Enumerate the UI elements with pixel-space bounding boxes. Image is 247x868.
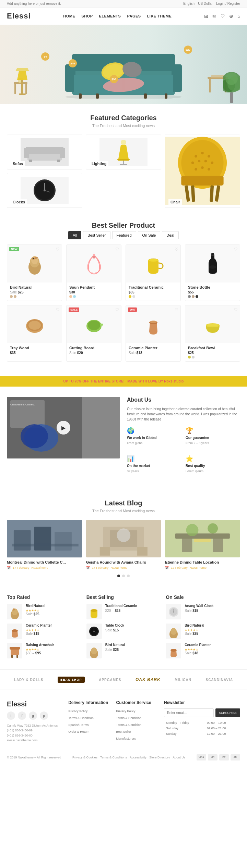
footer-link-privacy[interactable]: Privacy Policy bbox=[68, 709, 87, 713]
footer-store-directory-link[interactable]: Store Directory bbox=[149, 756, 170, 759]
login-link[interactable]: Login / Register bbox=[216, 2, 240, 5]
logo[interactable]: Elessi bbox=[7, 12, 31, 21]
wishlist-tray[interactable]: ♡ bbox=[56, 307, 60, 312]
wishlist-bowl[interactable]: ♡ bbox=[234, 307, 238, 312]
wishlist-bird[interactable]: ♡ bbox=[56, 247, 60, 252]
on-sale-item-2[interactable]: Bird Natural ★★★★☆ Sale $25 bbox=[166, 624, 240, 639]
color-dot bbox=[132, 295, 135, 298]
footer-newsletter-form: SUBSCRIBE bbox=[164, 708, 240, 717]
product-bird-natural[interactable]: NEW ♡ Bird Natural Sale $25 bbox=[7, 244, 62, 301]
footer-link-terms2[interactable]: Terms & Condition bbox=[116, 716, 142, 720]
nav-elements[interactable]: ELEMENTS bbox=[99, 14, 121, 18]
product-tray-wood[interactable]: ♡ Tray Wood $35 bbox=[7, 305, 62, 362]
product-spun-pendant[interactable]: ♡ Spun Pendant $30 bbox=[66, 244, 121, 301]
footer-link-order[interactable]: Order & Return bbox=[68, 730, 89, 733]
nav-pages[interactable]: PAGES bbox=[127, 14, 141, 18]
badge-new: NEW bbox=[9, 247, 19, 251]
nav-shop[interactable]: SHOP bbox=[81, 14, 93, 18]
tab-onsale[interactable]: On Sale bbox=[138, 231, 161, 239]
footer-about-link[interactable]: About Us bbox=[173, 756, 185, 759]
category-chair[interactable]: Chair bbox=[165, 135, 240, 208]
product-cutting-board[interactable]: SALE ♡ Cutting Board Sale $20 bbox=[66, 305, 121, 362]
footer-logo[interactable]: Elessi bbox=[7, 700, 61, 708]
svg-point-61 bbox=[195, 168, 197, 171]
nav-home[interactable]: HOME bbox=[63, 14, 75, 18]
wishlist-pendant[interactable]: ♡ bbox=[115, 247, 119, 252]
wishlist-ceramic[interactable]: ♡ bbox=[175, 247, 178, 252]
social-google[interactable]: g bbox=[29, 712, 37, 720]
hero-background: $4 $46 $29 $96 bbox=[0, 25, 247, 104]
footer-privacy-link[interactable]: Privacy & Cookies bbox=[72, 756, 97, 759]
footer-link-bestseller[interactable]: Best Seller bbox=[116, 730, 131, 733]
blog-post-1[interactable]: Montreal Dining with Collette C... 📅 17 … bbox=[7, 520, 82, 569]
footer-accessibility-link[interactable]: Accessibility bbox=[130, 756, 146, 759]
header: Elessi HOME SHOP ELEMENTS PAGES LIKE THE… bbox=[0, 8, 247, 25]
play-button[interactable]: ▶ bbox=[57, 421, 70, 435]
svg-rect-35 bbox=[26, 147, 63, 154]
wishlist-planter[interactable]: ♡ bbox=[175, 307, 178, 312]
tab-featured[interactable]: Featured bbox=[112, 231, 136, 239]
on-sale-item-1[interactable]: Anang Wall Clock Sale $15 bbox=[166, 604, 240, 619]
promo-link[interactable]: Noxs studio bbox=[164, 379, 184, 383]
category-lighting[interactable]: Lighting bbox=[86, 135, 161, 169]
product-ceramic-mug[interactable]: ♡ Traditional Ceramic $55 bbox=[126, 244, 181, 301]
category-clocks[interactable]: Clocks bbox=[7, 173, 82, 208]
about-section: Clandestins Chines... ▶ About Us Our mis… bbox=[0, 387, 247, 489]
blog-post-2-meta: 📅 17 February NaxaTheme bbox=[86, 566, 161, 569]
cart-icon[interactable]: ⊕ bbox=[229, 13, 233, 19]
price-tag-2[interactable]: $46 bbox=[69, 59, 77, 67]
product-name: Cutting Board bbox=[69, 346, 118, 350]
newsletter-subscribe-button[interactable]: SUBSCRIBE bbox=[215, 708, 240, 717]
mail-icon[interactable]: ✉ bbox=[212, 13, 216, 19]
price-tag-4[interactable]: $96 bbox=[110, 75, 118, 83]
blog-dot-2[interactable] bbox=[122, 575, 125, 577]
price-tag-3[interactable]: $29 bbox=[184, 46, 192, 54]
heart-icon[interactable]: ♡ bbox=[221, 13, 225, 19]
product-price: Sale $15 bbox=[105, 628, 161, 632]
product-name: Anang Wall Clock bbox=[185, 604, 240, 608]
footer-link-spanish[interactable]: Spanish Terms bbox=[68, 723, 89, 727]
product-ceramic-mug-img: ♡ bbox=[126, 245, 180, 282]
svg-rect-125 bbox=[10, 647, 20, 650]
grid-icon[interactable]: ⊞ bbox=[204, 13, 208, 19]
best-selling-item-1[interactable]: Traditional Ceramic $20 – $25 bbox=[86, 604, 161, 619]
blog-dot-3[interactable] bbox=[127, 575, 130, 577]
svg-rect-126 bbox=[11, 655, 13, 658]
footer-link-privacy2[interactable]: Privacy Policy bbox=[116, 709, 136, 713]
social-twitter[interactable]: t bbox=[7, 712, 15, 720]
wishlist-bottle[interactable]: ♡ bbox=[234, 247, 238, 252]
on-sale-item-3[interactable]: Ceramic Planter ★★★★☆ Sale $18 bbox=[166, 643, 240, 658]
social-facebook[interactable]: f bbox=[18, 712, 26, 720]
footer-customer-title: Customer Service bbox=[116, 700, 157, 705]
product-price: $30 bbox=[69, 290, 118, 294]
product-stone-bottle[interactable]: ♡ Stone Bottle $55 bbox=[185, 244, 240, 301]
currency-selector[interactable]: US Dollar bbox=[198, 2, 213, 5]
category-sofas[interactable]: Sofas bbox=[7, 135, 82, 169]
best-selling-item-3[interactable]: Bird Natural Sale $25 bbox=[86, 643, 161, 658]
top-rated-item-3[interactable]: Raising Armchair ★★★★☆ $60 – $95 bbox=[7, 643, 81, 658]
tab-deal[interactable]: Deal bbox=[162, 231, 179, 239]
wishlist-board[interactable]: ♡ bbox=[115, 307, 119, 312]
nav-like-theme[interactable]: LIKE THEME bbox=[147, 14, 172, 18]
about-video[interactable]: Clandestins Chines... ▶ bbox=[7, 397, 120, 458]
language-selector[interactable]: English bbox=[183, 2, 195, 5]
best-selling-item-2[interactable]: Table Clock Sale $15 bbox=[86, 624, 161, 639]
top-rated-item-1[interactable]: Bird Natural ★★★★☆ Sale $25 bbox=[7, 604, 81, 619]
blog-dot-1[interactable] bbox=[117, 575, 120, 577]
price-tag-1[interactable]: $4 bbox=[41, 52, 49, 61]
footer-link-terms[interactable]: Terms & Condition bbox=[68, 716, 94, 720]
product-breakfast-bowl[interactable]: ♡ Breakfast Bowl $25 bbox=[185, 305, 240, 362]
blog-post-2[interactable]: Geisha Round with Aviana Chairs 📅 17 Feb… bbox=[86, 520, 161, 569]
footer-link-manufacturers[interactable]: Manufacturers bbox=[116, 737, 136, 740]
tab-bestseller[interactable]: Best Seller bbox=[83, 231, 110, 239]
calendar-icon-3: 📅 bbox=[165, 566, 169, 569]
search-icon[interactable]: ⌕ bbox=[237, 13, 240, 19]
social-pinterest[interactable]: p bbox=[40, 712, 48, 720]
top-rated-item-2[interactable]: Ceramic Planter ★★★★☆ Sale $18 bbox=[7, 624, 81, 639]
footer-link-terms3[interactable]: Terms & Condition bbox=[116, 723, 142, 727]
footer-terms-link[interactable]: Terms & Conditions bbox=[100, 756, 127, 759]
product-ceramic-planter[interactable]: 20% ♡ Ceramic Planter Sale $18 bbox=[126, 305, 181, 362]
blog-post-3[interactable]: Etienne Dining Table Location 📅 17 Febru… bbox=[165, 520, 240, 569]
newsletter-input[interactable] bbox=[164, 708, 214, 717]
tab-all[interactable]: All bbox=[68, 231, 81, 239]
